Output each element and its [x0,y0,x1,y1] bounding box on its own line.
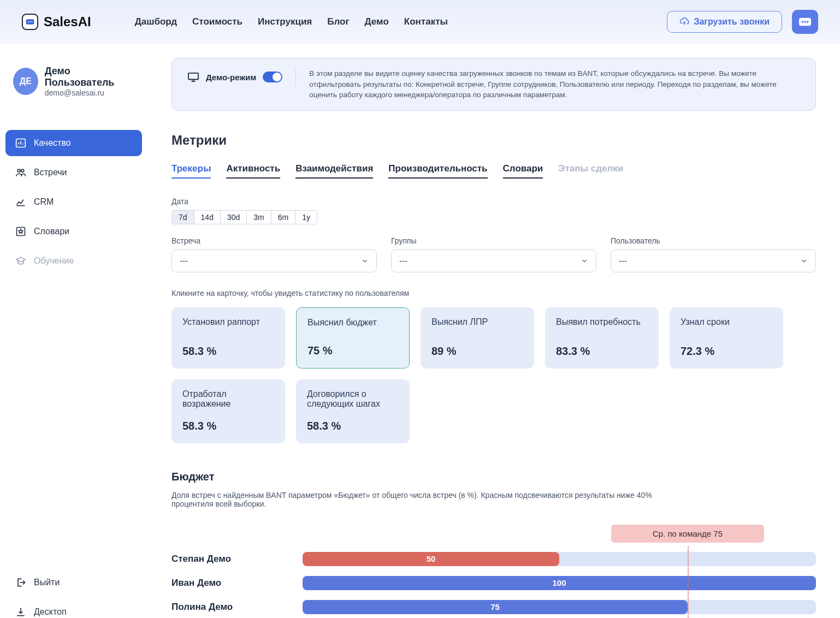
demo-mode-toggle[interactable] [263,72,282,82]
svg-point-2 [29,21,31,22]
user-email: demo@salesai.ru [45,88,134,97]
metric-card[interactable]: Установил раппорт58.3 % [171,307,285,369]
chart-rows: Степан Демо50Иван Демо100Полина Демо75 [171,552,816,614]
chevron-down-icon [800,257,808,265]
svg-point-5 [802,21,804,23]
card-value: 75 % [307,344,398,357]
user-filter-label: Пользователь [611,236,816,245]
sidebar-footer-label: Десктоп [34,607,67,617]
upload-cloud-icon [679,17,689,27]
sidebar-desktop[interactable]: Десктоп [5,599,142,618]
monitor-icon [187,72,199,82]
chart-row: Степан Демо50 [171,552,816,566]
bar-fill: 100 [303,576,816,590]
date-filter: Дата 7d 14d 30d 3m 6m 1y [171,197,816,224]
tab-dictionaries[interactable]: Словари [503,163,543,179]
people-icon [15,167,26,178]
sidebar-item-label: Качество [34,138,71,148]
sidebar-item-label: Встречи [34,168,67,177]
banner-left: Демо-режим [185,68,296,86]
header-actions: Загрузить звонки [667,10,818,34]
tab-productivity[interactable]: Производительность [388,163,487,179]
upload-calls-button[interactable]: Загрузить звонки [667,11,782,33]
metric-card[interactable]: Выявил потребность83.3 % [545,307,659,369]
sidebar-item-quality[interactable]: Качество [5,130,142,156]
banner-text: В этом разделе вы видите оценку качества… [309,68,802,100]
card-title: Отработал возражение [182,389,274,409]
card-title: Выявил потребность [556,317,648,327]
sidebar-logout[interactable]: Выйти [5,569,142,596]
bar-track: 75 [303,600,816,614]
user-name: Демо Пользователь [45,66,134,88]
sidebar-item-meetings[interactable]: Встречи [5,159,142,186]
nav-pricing[interactable]: Стоимость [192,16,242,27]
logout-icon [15,577,26,588]
card-value: 89 % [431,345,523,358]
metric-card[interactable]: Узнал сроки72.3 % [670,307,783,369]
graduation-cap-icon [15,255,26,266]
chart-area: Ср. по команде 75 Степан Демо50Иван Демо… [171,525,816,614]
svg-rect-12 [188,73,198,80]
cards-hint: Кликните на карточку, чтобы увидеть стат… [171,289,816,298]
user-filter-value: --- [619,256,627,265]
logo[interactable]: SalesAI [22,14,91,30]
chart-row-label: Степан Демо [171,554,297,564]
nav-instructions[interactable]: Инструкция [258,16,312,27]
chart-row: Иван Демо100 [171,576,816,590]
side-menu: Качество Встречи CRM Словари Обучение [5,130,142,274]
svg-point-3 [31,21,32,22]
tab-interactions[interactable]: Взаимодействия [295,163,373,179]
metric-tabs: Трекеры Активность Взаимодействия Произв… [171,163,816,179]
tab-activity[interactable]: Активность [226,163,280,179]
sidebar-item-crm[interactable]: CRM [5,189,142,215]
chart-line-icon [15,197,26,207]
sidebar-item-label: Словари [34,227,69,236]
card-title: Узнал сроки [681,317,772,327]
date-30d[interactable]: 30d [221,211,247,224]
meeting-select[interactable]: --- [171,249,377,272]
team-average-badge: Ср. по команде 75 [611,525,764,543]
nav-demo[interactable]: Демо [365,16,389,27]
date-7d[interactable]: 7d [172,211,194,224]
card-value: 72.3 % [681,345,772,358]
svg-point-9 [17,169,20,172]
svg-point-1 [28,21,29,22]
metric-card[interactable]: Выяснил бюджет75 % [296,307,410,369]
nav-contacts[interactable]: Контакты [404,16,448,27]
date-14d[interactable]: 14d [194,211,221,224]
chevron-down-icon [361,257,369,265]
metric-card[interactable]: Отработал возражение58.3 % [171,379,285,443]
metric-card[interactable]: Выяснил ЛПР89 % [421,307,534,369]
card-value: 58.3 % [307,420,399,432]
card-title: Выяснил ЛПР [431,317,523,327]
section-title: Бюджет [171,471,816,483]
download-icon [15,607,26,617]
card-title: Договорился о следующих шагах [307,389,399,409]
user-block[interactable]: ДЕ Демо Пользователь demo@salesai.ru [5,60,142,108]
date-3m[interactable]: 3m [247,211,271,224]
metric-card[interactable]: Договорился о следующих шагах58.3 % [296,379,410,443]
sidebar-item-label: CRM [34,197,54,207]
nav-dashboard[interactable]: Дашборд [135,16,177,27]
groups-value: --- [399,256,407,265]
card-title: Выяснил бюджет [307,318,398,328]
sidebar-item-dictionaries[interactable]: Словари [5,218,142,245]
sidebar-item-label: Обучение [34,256,74,266]
upload-label: Загрузить звонки [694,17,770,27]
chat-button[interactable] [792,10,818,34]
groups-select[interactable]: --- [391,249,596,272]
nav-blog[interactable]: Блог [327,16,349,27]
avatar: ДЕ [13,68,38,95]
chart-row: Полина Демо75 [171,600,816,614]
user-select[interactable]: --- [611,249,816,272]
svg-point-6 [804,21,806,23]
meeting-label: Встреча [171,236,377,245]
date-1y[interactable]: 1y [295,211,317,224]
tab-trackers[interactable]: Трекеры [171,163,211,179]
demo-banner: Демо-режим В этом разделе вы видите оцен… [171,58,816,111]
date-6m[interactable]: 6m [271,211,295,224]
app-header: SalesAI Дашборд Стоимость Инструкция Бло… [0,0,840,44]
chart-row-label: Полина Демо [171,602,297,613]
card-value: 58.3 % [182,345,274,358]
demo-mode-label: Демо-режим [206,73,256,82]
